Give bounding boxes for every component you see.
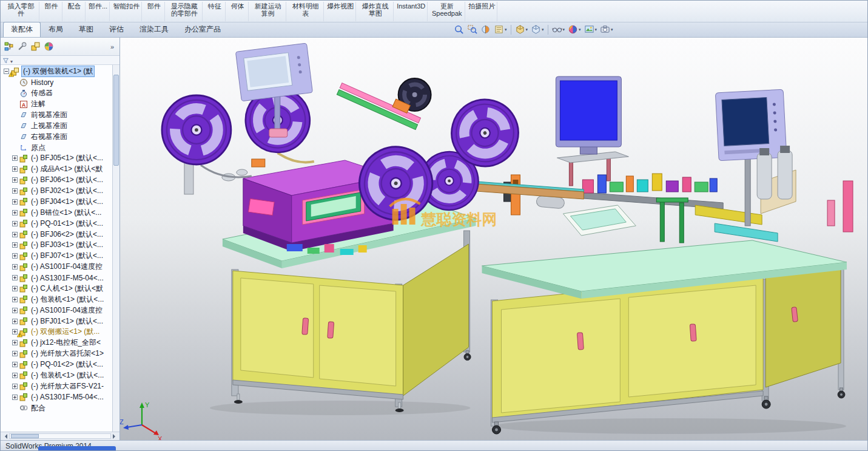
ribbon-item-1[interactable]: 插入零部件: [3, 2, 39, 21]
featuremanager-tree-icon[interactable]: [4, 41, 14, 52]
ribbon-item-8[interactable]: 特征: [204, 2, 226, 21]
tree-item[interactable]: (-) AS1001F-04速度控: [2, 262, 112, 273]
tree-filter-row[interactable]: [1, 56, 119, 65]
tree-item[interactable]: (-) PQ-01<2> (默认<...: [2, 359, 112, 370]
ribbon-item-4[interactable]: 部件...: [87, 2, 110, 21]
tab-2[interactable]: 布局: [41, 22, 71, 37]
ribbon-item-13[interactable]: 爆炸直线草图: [357, 2, 394, 21]
scrollbar-track[interactable]: [9, 433, 111, 439]
view-settings-icon[interactable]: [599, 24, 614, 35]
expander-icon[interactable]: [12, 221, 19, 226]
chevron-down-icon[interactable]: [579, 27, 581, 32]
tree-vertical-scrollbar[interactable]: [112, 65, 119, 432]
scrollbar-thumb[interactable]: [11, 434, 39, 438]
expander-icon[interactable]: [12, 188, 19, 194]
tree-item[interactable]: History: [2, 77, 112, 88]
tab-1[interactable]: 装配体: [3, 22, 41, 37]
ribbon-item-3[interactable]: 配合: [64, 2, 86, 21]
tree-item[interactable]: (-) jx12-电控柜_全部<: [2, 337, 112, 348]
chevron-down-icon[interactable]: [526, 27, 528, 32]
tab-4[interactable]: 评估: [101, 22, 132, 37]
expander-icon[interactable]: [12, 232, 19, 237]
expander-icon[interactable]: [12, 264, 19, 270]
expander-icon[interactable]: [12, 340, 19, 345]
tree-item[interactable]: 传感器: [2, 88, 112, 99]
tree-horizontal-scrollbar[interactable]: [1, 432, 119, 440]
tree-item[interactable]: (-) 成品A<1> (默认<默: [2, 164, 112, 175]
expander-icon[interactable]: [12, 166, 19, 172]
chevron-down-icon[interactable]: [595, 27, 597, 32]
configurationmanager-icon[interactable]: [30, 41, 41, 52]
ribbon-item-11[interactable]: 材料明细表: [288, 2, 324, 21]
expander-icon[interactable]: [12, 253, 19, 259]
tree-item[interactable]: (-) 光纤放大器FS-V21-: [2, 381, 112, 392]
taskbar-fragment[interactable]: [38, 446, 116, 450]
tab-5[interactable]: 渲染工具: [132, 22, 177, 37]
display-style-icon[interactable]: [530, 24, 545, 35]
expander-icon[interactable]: [12, 155, 19, 161]
edit-appearance-icon[interactable]: [567, 24, 582, 35]
tree-item[interactable]: (-) B错位<1> (默认<...: [2, 207, 112, 218]
expander-icon[interactable]: [12, 297, 19, 302]
tree-item[interactable]: (-) 双侧搬运<1> (默...: [2, 327, 112, 337]
tree-item[interactable]: (-) 双侧包装机<1> (默: [2, 66, 112, 77]
expander-icon[interactable]: [12, 384, 19, 389]
tree-item[interactable]: (-) C人机<1> (默认<默: [2, 283, 112, 294]
section-view-icon[interactable]: [479, 24, 492, 35]
expander-icon[interactable]: [12, 275, 19, 280]
chevron-down-icon[interactable]: [563, 27, 565, 32]
scroll-left-icon[interactable]: [2, 434, 7, 439]
chevron-down-icon[interactable]: [542, 27, 544, 32]
ribbon-item-9[interactable]: 何体: [227, 2, 249, 21]
tree-item[interactable]: (-) BFJ06<2> (默认<...: [2, 229, 112, 240]
tree-item[interactable]: (-) 包装机<1> (默认<...: [2, 294, 112, 305]
hide-show-items-icon[interactable]: [551, 24, 567, 35]
tree-item[interactable]: (-) AS1001F-04速度控: [2, 305, 112, 316]
apply-scene-icon[interactable]: [583, 24, 599, 35]
tree-item[interactable]: (-) BFJ06<1> (默认<...: [2, 175, 112, 186]
tree-item[interactable]: (-) BFJ05<1> (默认<...: [2, 153, 112, 164]
annotation-views-icon[interactable]: [493, 24, 508, 35]
expander-icon[interactable]: [12, 351, 19, 356]
tree-item[interactable]: (-) 包装机<1> (默认<...: [2, 370, 112, 381]
tree-item[interactable]: (-) BFJ01<1> (默认<...: [2, 316, 112, 327]
ribbon-item-12[interactable]: 爆炸视图: [325, 2, 356, 21]
chevron-down-icon[interactable]: [611, 27, 613, 32]
expander-icon[interactable]: [12, 210, 19, 215]
tree-item[interactable]: A注解: [2, 99, 112, 110]
tree-item[interactable]: (-) AS1301F-M5-04<...: [2, 273, 112, 283]
ribbon-item-2[interactable]: 部件: [41, 2, 62, 21]
zoom-to-area-icon[interactable]: [466, 24, 479, 35]
expander-icon[interactable]: [12, 286, 19, 291]
tree-item[interactable]: (-) 光纤放大器托架<1>: [2, 348, 112, 359]
ribbon-item-15[interactable]: 更新Speedpak: [429, 2, 465, 21]
chevron-down-icon[interactable]: [505, 27, 507, 32]
expander-icon[interactable]: [12, 177, 19, 183]
scroll-right-icon[interactable]: [113, 434, 118, 439]
tree-item[interactable]: 配合: [2, 402, 112, 413]
tree-item[interactable]: 右视基准面: [2, 131, 112, 142]
graphics-area[interactable]: 慧聪资料网 Y X Z: [120, 38, 867, 440]
displaymanager-icon[interactable]: [44, 41, 54, 52]
tree-item[interactable]: (-) PQ-01<1> (默认<...: [2, 218, 112, 229]
ribbon-item-6[interactable]: 部件: [143, 2, 165, 21]
expander-icon[interactable]: [12, 308, 19, 313]
scrollbar-thumb[interactable]: [113, 75, 119, 166]
tree-item[interactable]: (-) BFJ02<1> (默认<...: [2, 186, 112, 197]
tree-item[interactable]: (-) BFJ04<1> (默认<...: [2, 197, 112, 208]
expander-icon[interactable]: [12, 362, 19, 367]
tab-6[interactable]: 办公室产品: [177, 22, 229, 37]
tab-3[interactable]: 草图: [71, 22, 101, 37]
ribbon-item-5[interactable]: 智能扣件: [111, 2, 142, 21]
tree-item[interactable]: (-) BFJ07<1> (默认<...: [2, 251, 112, 262]
zoom-to-fit-icon[interactable]: [453, 24, 465, 35]
view-orientation-icon[interactable]: [514, 24, 530, 35]
ribbon-item-7[interactable]: 显示隐藏的零部件: [166, 2, 203, 21]
expander-icon[interactable]: [12, 395, 19, 400]
tree-item[interactable]: (-) BFJ03<1> (默认<...: [2, 240, 112, 251]
expander-icon[interactable]: [12, 373, 19, 378]
panel-overflow-chevron[interactable]: »: [108, 43, 116, 50]
tree-item[interactable]: 前视基准面: [2, 110, 112, 121]
tree-item[interactable]: 上视基准面: [2, 120, 112, 131]
expander-icon[interactable]: [12, 319, 19, 324]
